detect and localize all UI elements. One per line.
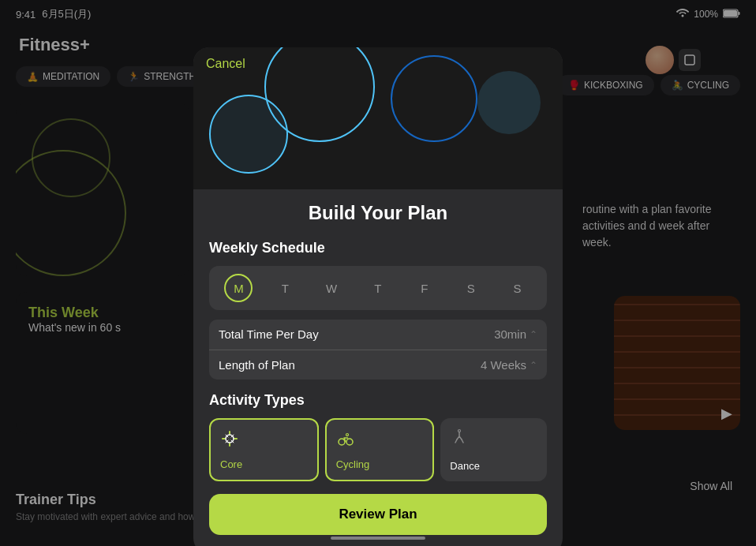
svg-point-6 [346, 439, 353, 445]
chevron-icon-length: ⌃ [530, 360, 537, 371]
activity-card-dance[interactable]: Dance [440, 418, 547, 481]
total-time-value: 30min ⌃ [494, 327, 537, 341]
weekly-schedule-label: Weekly Schedule [209, 240, 547, 256]
svg-point-7 [346, 434, 348, 436]
total-time-row[interactable]: Total Time Per Day 30min ⌃ [209, 320, 547, 350]
activity-cycling-label: Cycling [336, 458, 424, 470]
day-saturday[interactable]: S [457, 274, 485, 302]
review-plan-button[interactable]: Review Plan [209, 494, 547, 535]
activity-card-cycling[interactable]: Cycling [325, 418, 435, 481]
days-row: M T W T F S S [209, 266, 547, 310]
svg-point-8 [458, 430, 461, 432]
cancel-button[interactable]: Cancel [206, 57, 245, 71]
length-of-plan-value: 4 Weeks ⌃ [481, 358, 537, 372]
core-icon [220, 429, 308, 453]
day-wednesday[interactable]: W [317, 274, 346, 302]
activity-types-label: Activity Types [209, 392, 547, 409]
activity-grid: Core Cycling [209, 418, 547, 481]
total-time-label: Total Time Per Day [219, 327, 319, 341]
activity-dance-label: Dance [450, 460, 537, 472]
dance-icon [450, 428, 537, 451]
length-of-plan-row[interactable]: Length of Plan 4 Weeks ⌃ [209, 350, 547, 380]
activity-core-label: Core [220, 458, 308, 470]
day-friday[interactable]: F [410, 274, 439, 302]
activity-card-core[interactable]: Core [209, 418, 319, 481]
day-tuesday[interactable]: T [271, 274, 299, 302]
length-of-plan-label: Length of Plan [219, 358, 295, 372]
build-plan-modal: Cancel Build Your Plan Weekly Schedule M… [193, 47, 563, 546]
modal-body: Build Your Plan Weekly Schedule M T W T … [193, 202, 563, 481]
cycling-activity-icon [336, 429, 424, 453]
modal-header-image: Cancel [193, 47, 563, 189]
day-monday[interactable]: M [224, 274, 253, 302]
day-sunday[interactable]: S [503, 274, 531, 302]
day-thursday[interactable]: T [364, 274, 392, 302]
home-indicator [331, 537, 425, 540]
activity-types-section: Activity Types Core [209, 392, 547, 481]
weekly-schedule-section: Weekly Schedule M T W T F S S Total Time… [209, 240, 547, 380]
chevron-icon-time: ⌃ [530, 329, 537, 340]
modal-title: Build Your Plan [209, 202, 547, 224]
svg-point-5 [339, 439, 345, 445]
